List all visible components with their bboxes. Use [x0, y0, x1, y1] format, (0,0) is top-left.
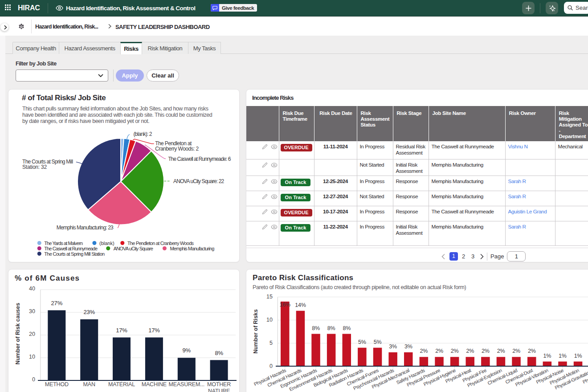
svg-text:1%: 1%	[559, 353, 567, 359]
svg-text:17%: 17%	[116, 327, 127, 334]
svg-text:2%: 2%	[451, 348, 459, 354]
svg-text:MEASUREM...: MEASUREM...	[169, 381, 204, 388]
svg-text:ANOVA uCity Square: ANOVA uCity Square	[114, 246, 153, 251]
svg-text:0: 0	[270, 363, 273, 369]
svg-text:Memphis Manufacturing: 23: Memphis Manufacturing: 23	[57, 225, 114, 231]
svg-text:14%: 14%	[295, 302, 306, 308]
svg-text:10: 10	[29, 354, 35, 360]
svg-text:Cranberry Woods: 2: Cranberry Woods: 2	[155, 146, 199, 152]
svg-text:3%: 3%	[389, 343, 397, 350]
svg-text:23%: 23%	[83, 309, 95, 315]
svg-text:8%: 8%	[312, 325, 320, 331]
svg-text:MAN: MAN	[83, 381, 95, 388]
svg-text:8%: 8%	[343, 325, 351, 331]
svg-text:The Caswell at Runnymeade: 6: The Caswell at Runnymeade: 6	[168, 156, 231, 162]
svg-text:8%: 8%	[327, 325, 335, 331]
svg-text:Number of Risks: Number of Risks	[253, 309, 259, 353]
svg-text:8%: 8%	[215, 350, 223, 356]
svg-text:5%: 5%	[374, 339, 382, 345]
svg-text:40: 40	[29, 286, 35, 292]
svg-text:9%: 9%	[183, 347, 191, 354]
svg-text:(blank): 2: (blank): 2	[134, 131, 152, 137]
svg-text:The Courts at Spring Mill Stat: The Courts at Spring Mill Station	[44, 251, 105, 257]
svg-text:Number of Risk causes: Number of Risk causes	[15, 303, 21, 364]
svg-text:1%: 1%	[574, 353, 582, 359]
svg-text:The Pendleton at Cranberry Woo: The Pendleton at Cranberry Woods	[127, 241, 194, 246]
svg-text:NATURE: NATURE	[208, 388, 230, 392]
svg-text:17%: 17%	[148, 327, 160, 334]
svg-text:2%: 2%	[420, 348, 428, 354]
svg-text:10: 10	[266, 317, 273, 323]
svg-text:27%: 27%	[51, 300, 63, 306]
svg-text:0: 0	[32, 376, 35, 383]
svg-text:2%: 2%	[497, 348, 505, 354]
svg-text:MATERIAL: MATERIAL	[108, 381, 135, 388]
svg-text:20: 20	[29, 331, 35, 337]
svg-text:1%: 1%	[543, 353, 551, 359]
svg-text:MACHINE: MACHINE	[142, 381, 167, 388]
svg-text:The Caswell at Runnymeade: The Caswell at Runnymeade	[44, 246, 98, 251]
svg-text:30: 30	[29, 308, 35, 314]
svg-text:METHOD: METHOD	[45, 381, 69, 388]
svg-text:The Yards at Malvern: The Yards at Malvern	[44, 241, 83, 246]
svg-text:5%: 5%	[358, 339, 366, 345]
svg-text:2%: 2%	[528, 348, 536, 354]
svg-text:16%: 16%	[280, 302, 291, 308]
svg-text:ANOVA uCity Square: 22: ANOVA uCity Square: 22	[173, 178, 224, 184]
svg-text:15: 15	[266, 294, 273, 300]
svg-text:2%: 2%	[512, 348, 520, 354]
svg-text:(blank): (blank)	[99, 241, 114, 246]
svg-text:3%: 3%	[404, 343, 412, 350]
svg-text:MOTHER: MOTHER	[207, 381, 231, 388]
svg-text:2%: 2%	[466, 348, 474, 354]
svg-text:Memphis Manufacturing: Memphis Manufacturing	[170, 246, 214, 251]
svg-text:5: 5	[270, 340, 273, 346]
svg-text:2%: 2%	[435, 348, 443, 354]
svg-text:2%: 2%	[482, 348, 490, 354]
svg-text:Station: 32: Station: 32	[22, 164, 47, 170]
